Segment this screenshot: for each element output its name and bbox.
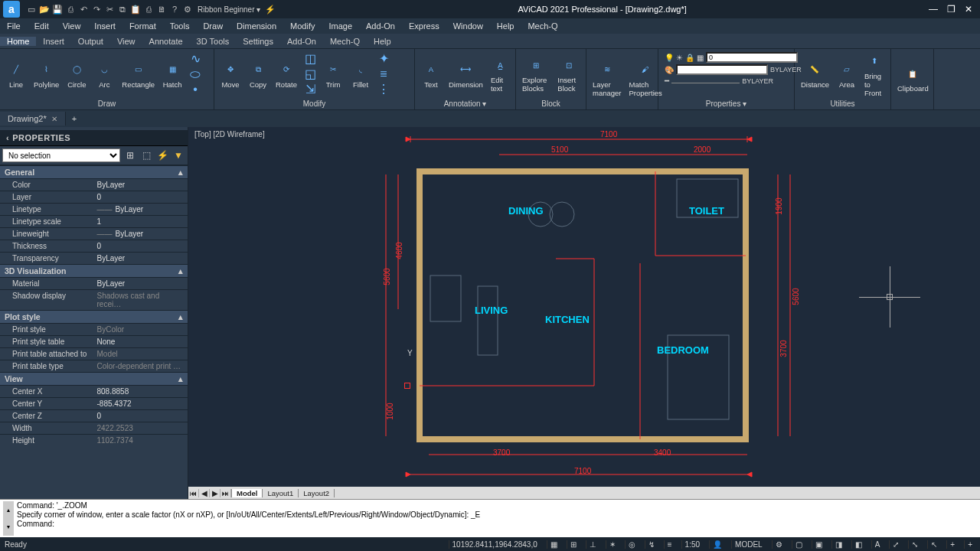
menu-file[interactable]: File	[0, 21, 28, 31]
menu-dimension[interactable]: Dimension	[230, 21, 283, 31]
viewport-label[interactable]: [Top] [2D Wireframe]	[194, 130, 265, 139]
color-row[interactable]: 🎨BYLAYER	[665, 64, 773, 75]
status-modelspace[interactable]: MODEL	[731, 540, 766, 549]
status-otrack-icon[interactable]: ↯	[645, 540, 658, 549]
tool-edit-text[interactable]: A̲Edit text	[489, 55, 512, 93]
tool-spline-icon[interactable]: ∿	[188, 52, 202, 66]
menu-image[interactable]: Image	[322, 21, 359, 31]
tab-layout1[interactable]: Layout1	[263, 489, 299, 497]
tab-nav-first[interactable]: ⏮	[188, 489, 199, 497]
tool-clipboard[interactable]: 📋Clipboard	[896, 64, 930, 93]
tool-polyline[interactable]: ⌇Polyline	[32, 60, 60, 89]
tool-bring-front[interactable]: ⬆Bring to Front	[863, 51, 886, 97]
tool-arc[interactable]: ◡Arc	[93, 60, 116, 89]
tool-fillet[interactable]: ◟Fillet	[349, 60, 372, 89]
qat-preview-icon[interactable]: 🗎	[156, 4, 167, 15]
doc-tab-current[interactable]: Drawing2*✕	[0, 112, 66, 126]
workspace-selector[interactable]: Ribbon Beginner ▾	[198, 5, 260, 14]
layer-state-row[interactable]: 💡☀🔒▦	[665, 52, 773, 63]
tool-scale-icon[interactable]: ◱	[303, 67, 317, 81]
prop-quickselect-icon[interactable]: ⚡	[155, 148, 169, 162]
status-osnap-icon[interactable]: ◎	[625, 540, 639, 549]
prop-row[interactable]: ColorByLayer	[0, 178, 188, 191]
prop-row[interactable]: Height1102.7374	[0, 434, 188, 446]
tab-layout2[interactable]: Layout2	[299, 489, 335, 497]
status-grid-icon[interactable]: ⊞	[567, 540, 580, 549]
qat-save-icon[interactable]: 💾	[52, 4, 63, 15]
tool-layer-manager[interactable]: ≋Layer manager	[591, 60, 623, 97]
tool-text[interactable]: AText	[420, 60, 443, 89]
qat-cut-icon[interactable]: ✂	[104, 4, 115, 15]
qat-saveall-icon[interactable]: ⎙	[65, 4, 76, 15]
prop-section-general[interactable]: General▴	[0, 165, 188, 178]
prop-row[interactable]: Print style tableNone	[0, 335, 188, 347]
status-person-icon[interactable]: 👤	[709, 540, 725, 549]
drawing-canvas[interactable]: [Top] [2D Wireframe]	[188, 127, 980, 499]
prop-row[interactable]: Center X808.8858	[0, 385, 188, 397]
status-sc-icon[interactable]: ◧	[851, 540, 865, 549]
prop-row[interactable]: Center Z0	[0, 409, 188, 422]
qat-bolt-icon[interactable]: ⚡	[265, 5, 276, 15]
tool-point-icon[interactable]: •	[188, 83, 202, 96]
tool-mirror-icon[interactable]: ◫	[303, 52, 317, 66]
ribbon-tab-addon[interactable]: Add-On	[280, 37, 323, 46]
tool-line[interactable]: ╱Line	[5, 60, 28, 89]
selection-dropdown[interactable]: No selection	[2, 148, 120, 162]
qat-redo-icon[interactable]: ↷	[91, 4, 102, 15]
status-qp-icon[interactable]: ◨	[831, 540, 845, 549]
status-plus-icon[interactable]: +	[946, 540, 958, 549]
prop-row[interactable]: MaterialByLayer	[0, 277, 188, 289]
menu-tools[interactable]: Tools	[163, 21, 197, 31]
tab-nav-prev[interactable]: ◀	[199, 489, 210, 497]
status-lwt-icon[interactable]: ≡	[664, 540, 675, 549]
status-gear-icon[interactable]: ⚙	[772, 540, 786, 549]
qat-undo-icon[interactable]: ↶	[78, 4, 89, 15]
tool-stretch-icon[interactable]: ⇲	[303, 83, 317, 96]
prop-select-icon[interactable]: ⬚	[139, 148, 153, 162]
qat-paste-icon[interactable]: 📋	[130, 4, 141, 15]
prop-section-viz3d[interactable]: 3D Visualization▴	[0, 264, 188, 277]
add-tab-button[interactable]: +	[66, 112, 83, 126]
qat-copy-icon[interactable]: ⧉	[117, 4, 128, 15]
close-tab-icon[interactable]: ✕	[51, 115, 57, 123]
menu-window[interactable]: Window	[446, 21, 490, 31]
tool-trim[interactable]: ✂Trim	[322, 60, 345, 89]
prop-filter-icon[interactable]: ▼	[172, 148, 185, 162]
menu-express[interactable]: Express	[402, 21, 446, 31]
ribbon-tab-mechq[interactable]: Mech-Q	[323, 37, 367, 46]
qat-gear-icon[interactable]: ⚙	[182, 4, 193, 15]
status-ann2-icon[interactable]: ⤢	[889, 540, 902, 549]
status-snap-icon[interactable]: ▦	[547, 540, 560, 549]
tab-model[interactable]: Model	[232, 489, 263, 497]
status-ann-icon[interactable]: A	[871, 540, 884, 549]
ribbon-tab-settings[interactable]: Settings	[236, 37, 280, 46]
tool-offset-icon[interactable]: ≡	[377, 67, 390, 81]
prop-row[interactable]: Print styleByColor	[0, 323, 188, 335]
prop-row[interactable]: Center Y-885.4372	[0, 397, 188, 409]
status-scale[interactable]: 1:50	[681, 540, 703, 549]
tool-explode-icon[interactable]: ✦	[377, 52, 390, 66]
prop-row[interactable]: Linetype——ByLayer	[0, 203, 188, 215]
qat-help-icon[interactable]: ?	[169, 4, 180, 15]
linetype-row[interactable]: ━BYLAYER	[665, 77, 773, 85]
menu-modify[interactable]: Modify	[283, 21, 322, 31]
prop-row[interactable]: Thickness0	[0, 240, 188, 252]
tool-insert-block[interactable]: ⊡Insert Block	[556, 55, 581, 93]
prop-row[interactable]: Width2422.2523	[0, 422, 188, 434]
command-line[interactable]: ▲▼ Command: '_.ZOOM Specify corner of wi…	[0, 499, 980, 537]
menu-format[interactable]: Format	[122, 21, 163, 31]
menu-help[interactable]: Help	[490, 21, 521, 31]
qat-new-icon[interactable]: ▭	[26, 4, 37, 15]
status-plus2-icon[interactable]: +	[964, 540, 975, 549]
menu-insert[interactable]: Insert	[87, 21, 122, 31]
tool-array-icon[interactable]: ⋮	[377, 83, 390, 96]
ribbon-tab-view[interactable]: View	[110, 37, 142, 46]
maximize-button[interactable]: ❐	[947, 4, 956, 15]
tool-dimension[interactable]: ⟷Dimension	[447, 60, 485, 89]
tool-ellipse-icon[interactable]: ⬭	[188, 67, 202, 81]
prop-row[interactable]: Print table typeColor-dependent print …	[0, 360, 188, 372]
ribbon-tab-help[interactable]: Help	[367, 37, 398, 46]
tool-copy[interactable]: ⧉Copy	[247, 60, 270, 89]
ribbon-tab-output[interactable]: Output	[71, 37, 110, 46]
ribbon-tab-3dtools[interactable]: 3D Tools	[190, 37, 237, 46]
